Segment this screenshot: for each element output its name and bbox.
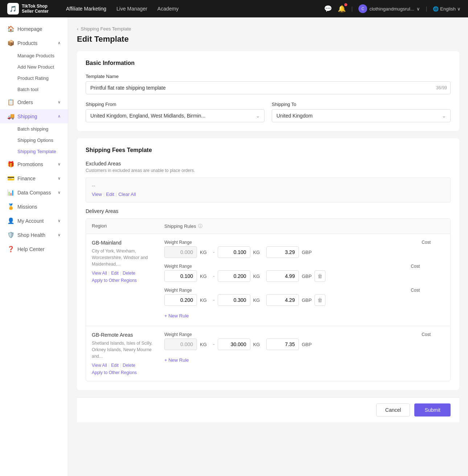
sidebar-item-shipping[interactable]: 🚚 Shipping ∧ — [0, 109, 68, 123]
logo-icon: 🎵 — [7, 3, 19, 15]
currency-gbp-2: GBP — [302, 274, 312, 279]
unit-kg-5: KG — [200, 298, 210, 303]
weight-to-mainland-2[interactable] — [218, 270, 250, 282]
region-links-mainland: View All | Edit | Delete — [92, 270, 159, 276]
weight-to-mainland-3[interactable] — [218, 294, 250, 306]
sidebar-item-promotions[interactable]: 🎁 Promotions ∨ — [0, 157, 68, 171]
remote-apply-link[interactable]: Apply to Other Regions — [92, 370, 137, 375]
sidebar-item-data-compass[interactable]: 📊 Data Compass ∨ — [0, 185, 68, 200]
mainland-edit-link[interactable]: Edit — [111, 271, 119, 276]
cancel-button[interactable]: Cancel — [376, 403, 410, 416]
rule-block-mainland-1: Weight Range Cost KG - KG — [164, 240, 444, 258]
col-region-header: Region — [92, 223, 164, 229]
weight-range-label-2: Weight Range — [164, 264, 192, 269]
nav-divider: | — [352, 6, 353, 12]
currency-gbp-3: GBP — [302, 298, 312, 303]
nav-live-manager[interactable]: Live Manager — [116, 6, 147, 12]
template-name-input-wrapper: 36/99 — [86, 81, 451, 94]
new-rule-btn-mainland[interactable]: + New Rule — [164, 312, 189, 320]
currency-gbp-r1: GBP — [302, 342, 312, 347]
sidebar-item-help-center[interactable]: ❓ Help Center — [0, 242, 68, 256]
shipping-to-select[interactable]: United Kingdom — [272, 109, 451, 122]
language-selector[interactable]: 🌐 English ∨ — [433, 6, 461, 12]
region-desc-remote: Shetland Islands, Isles of Scilly, Orkne… — [92, 340, 159, 360]
unit-kg-4: KG — [253, 274, 263, 279]
remote-delete-link[interactable]: Delete — [123, 363, 135, 368]
shipping-to-select-wrapper: United Kingdom — [272, 109, 451, 122]
sidebar-sub-add-product[interactable]: Add New Product — [0, 61, 68, 73]
cost-label-1: Cost — [422, 240, 431, 245]
new-rule-btn-remote[interactable]: + New Rule — [164, 356, 189, 364]
sidebar-sub-manage-products[interactable]: Manage Products — [0, 50, 68, 61]
excluded-areas-dash: -- — [92, 183, 444, 189]
sidebar-sub-shipping-options[interactable]: Shipping Options — [0, 135, 68, 146]
notification-icon[interactable]: 🔔 — [338, 5, 346, 13]
sidebar-item-orders[interactable]: 📋 Orders ∨ — [0, 95, 68, 109]
sidebar-item-finance[interactable]: 💳 Finance ∨ — [0, 171, 68, 185]
mainland-apply-link[interactable]: Apply to Other Regions — [92, 278, 137, 283]
shop-health-chevron: ∨ — [58, 233, 61, 237]
remote-edit-link[interactable]: Edit — [111, 363, 119, 368]
missions-icon: 🏅 — [7, 203, 14, 210]
cost-mainland-2[interactable] — [266, 270, 299, 282]
sidebar-item-missions[interactable]: 🏅 Missions — [0, 200, 68, 214]
basic-info-card: Basic Information Template Name 36/99 Sh… — [77, 51, 459, 131]
shipping-rules-info-icon[interactable]: ⓘ — [198, 223, 202, 229]
sidebar-item-homepage[interactable]: 🏠 Homepage — [0, 22, 68, 36]
rule-inputs-mainland-1: KG - KG GBP — [164, 246, 444, 258]
data-chevron: ∨ — [58, 190, 61, 195]
template-name-input[interactable] — [86, 81, 451, 94]
sidebar-item-shop-health[interactable]: 🛡️ Shop Health ∨ — [0, 228, 68, 242]
excluded-view-link[interactable]: View — [92, 192, 102, 197]
cost-label-3: Cost — [411, 288, 420, 293]
sidebar-sub-product-rating[interactable]: Product Rating — [0, 73, 68, 84]
chat-icon[interactable]: 💬 — [324, 5, 332, 13]
cost-mainland-3[interactable] — [266, 294, 299, 306]
sidebar-item-my-account[interactable]: 👤 My Account ∨ — [0, 214, 68, 228]
orders-icon: 📋 — [7, 99, 14, 106]
breadcrumb-sep: ‹ — [77, 26, 78, 32]
sidebar-sub-batch-tool[interactable]: Batch tool — [0, 84, 68, 95]
nav-user[interactable]: C clothingandmugsrul... ∨ — [358, 4, 420, 13]
globe-icon: 🌐 — [433, 6, 439, 12]
sidebar-sub-shipping-template[interactable]: Shipping Template — [0, 146, 68, 157]
weight-to-remote-1[interactable] — [218, 338, 250, 350]
nav-academy[interactable]: Academy — [157, 6, 178, 12]
weight-from-mainland-3[interactable] — [164, 294, 197, 306]
data-icon: 📊 — [7, 189, 14, 196]
region-col-remote: GB-Remote Areas Shetland Islands, Isles … — [92, 332, 164, 375]
sidebar-item-products[interactable]: 📦 Products ∧ — [0, 36, 68, 50]
delete-rule-mainland-2[interactable]: 🗑 — [315, 270, 325, 282]
rule-inputs-remote-1: KG - KG GBP — [164, 338, 444, 350]
rule-block-mainland-2: Weight Range Cost KG - KG — [164, 264, 444, 282]
promotions-icon: 🎁 — [7, 161, 14, 168]
sidebar-label-data-compass: Data Compass — [17, 190, 51, 196]
rule-inputs-mainland-2: KG - KG GBP 🗑 — [164, 270, 444, 282]
template-name-count: 36/99 — [436, 85, 447, 90]
cost-mainland-1[interactable] — [266, 246, 299, 258]
nav-divider-2: | — [426, 6, 427, 12]
excluded-clear-link[interactable]: Clear All — [118, 192, 136, 197]
sidebar-sub-batch-shipping[interactable]: Batch shipping — [0, 123, 68, 135]
weight-from-mainland-1 — [164, 246, 197, 258]
excluded-edit-link[interactable]: Edit — [106, 192, 114, 197]
mainland-view-all-link[interactable]: View All — [92, 271, 107, 276]
nav-affiliate-marketing[interactable]: Affiliate Marketing — [66, 6, 106, 12]
breadcrumb-parent[interactable]: Shipping Fees Template — [81, 26, 131, 32]
submit-button[interactable]: Submit — [414, 403, 451, 416]
shipping-to-col: Shipping To United Kingdom — [272, 102, 451, 122]
lang-label: English — [440, 6, 456, 12]
remote-view-all-link[interactable]: View All — [92, 363, 107, 368]
logo-text: TikTok ShopSeller Center — [22, 4, 49, 14]
sidebar-label-orders: Orders — [17, 99, 33, 105]
weight-from-mainland-2[interactable] — [164, 270, 197, 282]
weight-from-remote-1 — [164, 338, 197, 350]
cost-remote-1[interactable] — [266, 338, 299, 350]
weight-to-mainland-1[interactable] — [218, 246, 250, 258]
delete-rule-mainland-3[interactable]: 🗑 — [315, 294, 325, 306]
shipping-from-select[interactable]: United Kingdom, England, West Midlands, … — [86, 109, 264, 122]
shipping-from-label: Shipping From — [86, 102, 264, 107]
mainland-delete-link[interactable]: Delete — [123, 271, 135, 276]
weight-range-label-1: Weight Range — [164, 240, 192, 245]
region-col-mainland: GB-Mainland City of York, Wrexham, Worce… — [92, 240, 164, 320]
